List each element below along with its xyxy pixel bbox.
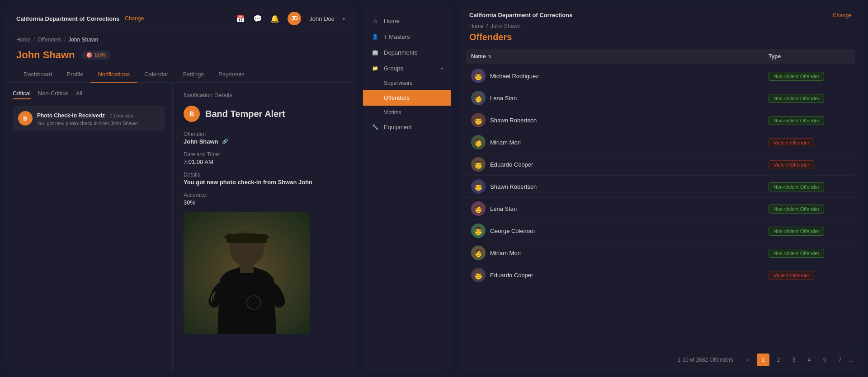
middle-panel: ⌂ Home 👤 T Masters 🏢 Departments 📁 Group… [363,5,451,372]
bc-current: John Shawn [68,37,98,43]
type-badge: Violent Offender [769,138,814,147]
row-avatar: 👨 [471,157,486,172]
nav-offenders[interactable]: Offenders [363,90,451,106]
nav-equipment-label: Equipment [384,124,443,130]
type-badge: Non-violent Offender [769,205,824,214]
rbc-current: John Shawn [491,23,520,29]
datetime-value: 7:01:08 AM [184,158,345,165]
svg-rect-4 [240,264,254,273]
row-type-cell: Violent Offender [769,138,850,146]
bell-icon[interactable]: 🔔 [270,14,279,23]
score-badge: 🎯 80% [81,51,110,60]
check-in-photo [184,212,310,334]
change-link-right[interactable]: Change [833,12,852,19]
type-badge: Non-violent Offender [769,94,824,103]
table-row[interactable]: 👩Lena StanNon-violent Offender [466,87,855,109]
page-4-btn[interactable]: 4 [803,354,816,366]
nav-tmasters-label: T Masters [384,33,443,40]
nav-equipment[interactable]: 🔧 Equipment [363,119,451,135]
score-icon: 🎯 [86,52,93,58]
nav-groups[interactable]: 📁 Groups ▾ [363,61,451,76]
page-5-btn[interactable]: 5 [818,354,831,366]
page-prev-btn[interactable]: ‹ [741,354,754,366]
notification-detail: Notification Details B Band Temper Alert… [173,83,356,371]
nav-tabs: Dashboard Profile Notifications Calendar… [5,66,356,83]
page-dots: ... [849,357,854,363]
page-7-btn[interactable]: 7 [834,354,846,366]
tab-dashboard[interactable]: Dashboard [16,66,60,82]
page-3-btn[interactable]: 3 [788,354,800,366]
col-type-header: Type [769,53,850,60]
row-avatar: 👩 [471,91,486,105]
nav-tmasters[interactable]: 👤 T Masters [363,29,451,45]
table-row[interactable]: 👩Miriam MoriViolent Offender [466,131,855,154]
type-badge: Violent Offender [769,271,814,280]
nav-departments[interactable]: 🏢 Departments [363,45,451,61]
table-row[interactable]: 👩Miriam MoriNon-violent Offender [466,242,855,264]
details-value: You got new photo check-in from Shwan Jo… [184,179,345,186]
nav-home[interactable]: ⌂ Home [363,13,451,29]
details-label: Details: [184,172,345,178]
row-person-name: Eduardo Cooper [490,272,533,279]
nav-victims[interactable]: Victims [363,106,451,119]
row-person-name: Lena Stan [490,95,517,102]
filter-noncritical[interactable]: Non-Critical [38,90,69,99]
link-icon: 🔗 [222,139,228,144]
row-person-name: Miriam Mori [490,139,521,146]
groups-icon: 📁 [371,65,379,71]
calendar-icon[interactable]: 📅 [236,14,245,23]
row-avatar: 👩 [471,246,486,260]
right-org-header: California Department of Corrections Cha… [458,5,863,19]
offender-value: John Shawn 🔗 [184,138,345,145]
tab-profile[interactable]: Profile [60,66,91,82]
table-row[interactable]: 👨Shawn RobertsonNon-violent Offender [466,176,855,198]
tab-calendar[interactable]: Calendar [137,66,175,82]
row-type-cell: Non-violent Offender [769,227,850,235]
chat-icon[interactable]: 💬 [253,14,262,23]
table-row[interactable]: 👩Lena StanNon-violent Offender [466,198,855,220]
rbc-sep: / [486,23,488,29]
person-name: John Shawn [16,49,75,61]
row-name-cell: 👩Miriam Mori [471,246,769,260]
tab-settings[interactable]: Settings [175,66,211,82]
user-chevron-icon[interactable]: ▾ [343,16,345,21]
change-link-left[interactable]: Change [125,15,144,22]
nav-supervisors[interactable]: Supervisors [363,76,451,90]
alert-title: Band Temper Alert [205,109,285,119]
nav-departments-label: Departments [384,49,443,56]
sort-icon[interactable]: ⇅ [488,54,491,59]
rbc-home[interactable]: Home [469,23,484,29]
offender-label: Offender: [184,131,345,137]
tab-notifications[interactable]: Notifications [90,66,137,82]
table-row[interactable]: 👨Eduardo CooperViolent Offender [466,154,855,176]
row-person-name: Shawn Robertson [490,183,537,190]
row-person-name: Miriam Mori [490,250,521,256]
tab-payments[interactable]: Payments [211,66,252,82]
table-row[interactable]: 👨Shawn RobertsonNon-violent Offender [466,109,855,131]
pagination-bar: 1-10 of 2682 Offenders ‹ 1 2 3 4 5 7 ... [458,348,863,372]
right-breadcrumb: Home / John Shawn [469,23,852,29]
page-2-btn[interactable]: 2 [772,354,785,366]
row-avatar: 👩 [471,135,486,149]
type-badge: Non-violent Offender [769,116,824,125]
row-avatar: 👨 [471,69,486,83]
page-1-btn[interactable]: 1 [757,354,769,366]
photo-svg [184,212,310,334]
type-badge: Non-violent Offender [769,227,824,236]
bc-home[interactable]: Home [16,37,31,43]
filter-critical[interactable]: Critical [13,90,31,99]
equipment-icon: 🔧 [371,124,379,130]
table-row[interactable]: 👨Eduardo CooperViolent Offender [466,264,855,286]
type-badge: Non-violent Offender [769,72,824,81]
filter-all[interactable]: All [76,90,82,99]
table-row[interactable]: 👨George ColemanNon-violent Offender [466,220,855,242]
notification-item[interactable]: B Photo Check-In Receivedz 1 hour ago Yo… [13,106,165,131]
right-header-content: Home / John Shawn Offenders [458,19,863,49]
offender-field: Offender: John Shawn 🔗 [184,131,345,145]
filter-tabs: Critical Non-Critical All [13,90,165,99]
datetime-label: Date and Time: [184,151,345,158]
notif-desc: You got new photo check in from John Sha… [37,121,160,126]
bc-offenders[interactable]: Offenders [38,37,61,43]
user-avatar[interactable]: JD [288,12,301,25]
table-row[interactable]: 👨Michael RodriguezNon-violent Offender [466,65,855,87]
